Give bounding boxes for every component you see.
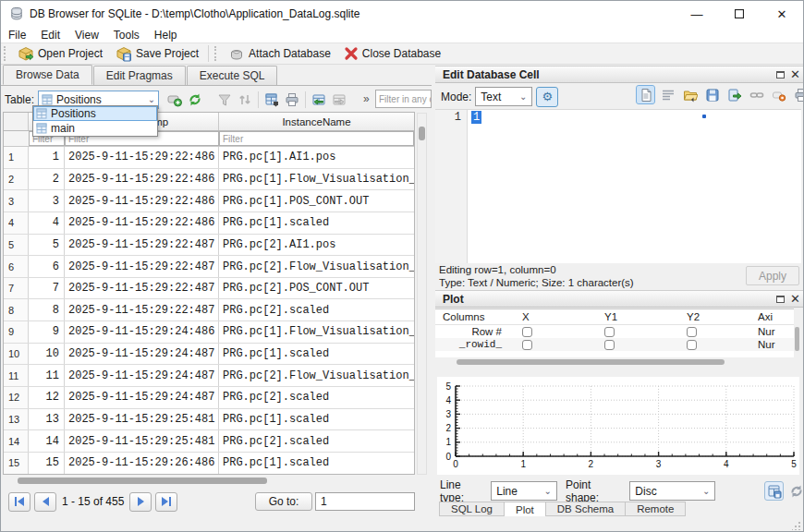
tab-edit-pragmas[interactable]: Edit Pragmas (93, 66, 186, 85)
timestamp-cell[interactable]: 2025-9-11-15:29:25:481 (65, 430, 219, 452)
save-results-button[interactable] (262, 90, 282, 110)
id-cell[interactable]: 1 (29, 147, 65, 168)
timestamp-cell[interactable]: 2025-9-11-15:29:22:487 (65, 278, 219, 299)
plot-table-vscroll-thumb[interactable] (795, 327, 799, 351)
toolbar-overflow-chevron[interactable]: » (363, 92, 370, 105)
instancename-cell[interactable]: PRG.pc[1].scaled (219, 453, 414, 474)
cell-settings-button[interactable]: ⚙ (536, 87, 558, 107)
instancename-cell[interactable]: PRG.pc[2].AI1.pos (219, 235, 414, 256)
tab-plot[interactable]: Plot (505, 502, 546, 517)
plot-table-hscroll-thumb[interactable] (457, 359, 725, 365)
resize-grip[interactable] (792, 522, 800, 530)
table-row[interactable]: 15152025-9-11-15:29:26:486PRG.pc[1].scal… (4, 453, 414, 475)
id-cell[interactable]: 15 (29, 453, 65, 474)
row-number-cell[interactable]: 8 (4, 299, 29, 320)
timestamp-cell[interactable]: 2025-9-11-15:29:22:487 (65, 299, 219, 320)
set-null-button[interactable] (770, 86, 787, 103)
table-row[interactable]: 332025-9-11-15:29:22:486PRG.pc[1].POS_CO… (4, 190, 414, 212)
id-cell[interactable]: 14 (29, 430, 65, 452)
instancename-cell[interactable]: PRG.pc[1].scaled (219, 344, 414, 365)
timestamp-cell[interactable]: 2025-9-11-15:29:26:486 (65, 453, 219, 474)
export-cell-button[interactable] (703, 86, 721, 103)
maximize-button[interactable] (718, 1, 761, 27)
timestamp-cell[interactable]: 2025-9-11-15:29:22:487 (65, 235, 219, 256)
word-wrap-button[interactable] (659, 86, 676, 103)
table-row[interactable]: 12122025-9-11-15:29:24:487PRG.pc[2].scal… (4, 387, 414, 409)
import-cell-button[interactable] (681, 86, 699, 103)
previous-page-button[interactable] (34, 492, 56, 512)
timestamp-cell[interactable]: 2025-9-11-15:29:24:487 (65, 365, 219, 386)
tab-db-schema[interactable]: DB Schema (546, 502, 626, 516)
table-row[interactable]: 11112025-9-11-15:29:24:487PRG.pc[2].Flow… (4, 365, 414, 387)
instancename-cell[interactable]: PRG.pc[1].POS_CONT.OUT (219, 190, 414, 212)
id-cell[interactable]: 9 (29, 321, 65, 343)
table-row[interactable]: 13132025-9-11-15:29:25:481PRG.pc[1].scal… (4, 409, 414, 431)
first-page-button[interactable] (8, 492, 30, 512)
row-number-cell[interactable]: 14 (4, 430, 29, 452)
id-cell[interactable]: 7 (29, 278, 65, 299)
table-row[interactable]: 992025-9-11-15:29:24:486PRG.pc[1].Flow_V… (4, 321, 414, 344)
plot-table-vscrollbar[interactable] (794, 308, 801, 357)
minimize-button[interactable]: — (676, 1, 718, 27)
row-number-cell[interactable]: 15 (4, 453, 29, 474)
menu-view[interactable]: View (67, 27, 106, 42)
row-number-cell[interactable]: 5 (4, 235, 29, 256)
tab-browse-data[interactable]: Browse Data (3, 65, 92, 85)
editor-content[interactable]: 1 (468, 110, 801, 263)
close-panel-icon[interactable]: ✕ (790, 70, 800, 79)
instancename-cell[interactable]: PRG.pc[2].scaled (219, 299, 414, 320)
menu-edit[interactable]: Edit (33, 27, 67, 42)
tab-remote[interactable]: Remote (626, 502, 686, 516)
row-number-cell[interactable]: 10 (4, 344, 29, 365)
goto-button[interactable]: Go to: (255, 492, 312, 511)
close-panel-icon[interactable]: ✕ (790, 295, 800, 304)
menu-help[interactable]: Help (147, 27, 185, 42)
close-button[interactable]: ✕ (761, 1, 803, 27)
instancename-column-header[interactable]: InstanceName (219, 113, 414, 130)
goto-input[interactable]: 1 (315, 492, 415, 511)
float-panel-icon[interactable] (776, 71, 785, 79)
table-row[interactable]: 882025-9-11-15:29:22:487PRG.pc[2].scaled (4, 299, 414, 321)
row-number-cell[interactable]: 7 (4, 278, 29, 299)
instancename-cell[interactable]: PRG.pc[2].POS_CONT.OUT (219, 278, 414, 299)
instancename-cell[interactable]: PRG.pc[1].Flow_Visualisation_ (219, 169, 414, 190)
grid-hscroll-thumb[interactable] (18, 478, 267, 484)
toolbar-drag-handle[interactable] (4, 46, 7, 61)
float-panel-icon[interactable] (776, 296, 785, 303)
reload-plot-button[interactable] (788, 482, 804, 500)
timestamp-cell[interactable]: 2025-9-11-15:29:22:486 (65, 212, 219, 234)
y2-checkbox[interactable] (687, 327, 697, 337)
timestamp-cell[interactable]: 2025-9-11-15:29:24:486 (65, 321, 219, 343)
id-cell[interactable]: 10 (29, 344, 65, 365)
line-type-selector[interactable]: Line ⌄ (491, 481, 557, 501)
id-cell[interactable]: 8 (29, 299, 65, 320)
menu-file[interactable]: File (1, 27, 33, 42)
cell-editor[interactable]: 1 1 (435, 109, 801, 263)
filter-any-column-input[interactable]: Filter in any c... (375, 90, 432, 108)
open-project-button[interactable]: Open Project (11, 43, 109, 64)
id-cell[interactable]: 4 (29, 212, 65, 234)
table-row[interactable]: 14142025-9-11-15:29:25:481PRG.pc[2].scal… (4, 430, 414, 453)
table-row[interactable]: 10102025-9-11-15:29:24:487PRG.pc[1].scal… (4, 344, 414, 366)
row-number-cell[interactable]: 2 (4, 169, 29, 190)
table-row[interactable]: 112025-9-11-15:29:22:486PRG.pc[1].AI1.po… (4, 147, 414, 169)
x-checkbox[interactable] (522, 327, 532, 337)
print-cell-button[interactable] (792, 86, 804, 103)
timestamp-cell[interactable]: 2025-9-11-15:29:22:487 (65, 256, 219, 277)
timestamp-cell[interactable]: 2025-9-11-15:29:24:487 (65, 387, 219, 408)
id-cell[interactable]: 2 (29, 169, 65, 190)
timestamp-cell[interactable]: 2025-9-11-15:29:24:487 (65, 344, 219, 365)
id-cell[interactable]: 6 (29, 256, 65, 277)
popup-item-positions[interactable]: Positions (33, 106, 157, 121)
instancename-cell[interactable]: PRG.pc[2].Flow_Visualisation_ (219, 365, 414, 386)
grid-horizontal-scrollbar[interactable] (3, 476, 415, 486)
grid-vscroll-thumb[interactable] (419, 127, 425, 140)
print-button[interactable] (282, 90, 302, 110)
instancename-cell[interactable]: PRG.pc[2].scaled (219, 387, 414, 408)
point-shape-selector[interactable]: Disc ⌄ (629, 481, 715, 501)
plot-table-hscrollbar[interactable] (435, 358, 801, 366)
attach-database-button[interactable]: Attach Database (222, 43, 337, 64)
copy-data-button[interactable] (725, 86, 743, 103)
last-page-button[interactable] (155, 492, 177, 512)
instancename-cell[interactable]: PRG.pc[2].Flow_Visualisation_ (219, 256, 414, 277)
